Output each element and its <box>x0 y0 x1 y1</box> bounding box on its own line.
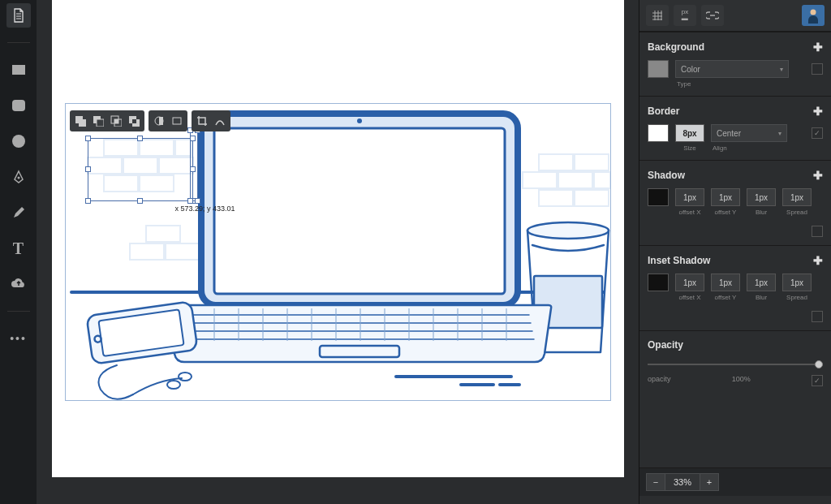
inset-shadow-color-swatch[interactable] <box>648 274 669 291</box>
inset-shadow-enable-checkbox[interactable] <box>812 311 823 322</box>
add-shadow-icon[interactable]: ✚ <box>813 169 823 182</box>
chevron-down-icon: ▾ <box>780 66 783 73</box>
border-size-input[interactable]: 8px <box>675 124 704 142</box>
resize-handle[interactable] <box>85 166 91 172</box>
zoom-out-button[interactable]: − <box>646 473 665 491</box>
section-title: Shadow <box>648 170 685 181</box>
pencil-tool[interactable] <box>6 200 31 225</box>
text-tool[interactable]: T <box>6 236 31 261</box>
dropdown-sublabel: Align <box>713 144 805 152</box>
path-icon[interactable] <box>212 113 228 129</box>
opacity-slider[interactable] <box>648 360 823 368</box>
right-panel-header: px▬ <box>639 0 831 32</box>
svg-rect-1 <box>12 100 25 111</box>
rectangle-tool[interactable] <box>6 58 31 82</box>
opacity-min-label: opacity <box>648 375 671 386</box>
add-border-icon[interactable]: ✚ <box>813 105 823 118</box>
selection-box-2[interactable] <box>190 130 198 201</box>
crop-icon[interactable] <box>194 113 210 129</box>
left-toolbar: T ••• <box>0 0 37 504</box>
background-color-swatch[interactable] <box>648 60 669 78</box>
opacity-enable-checkbox[interactable]: ✓ <box>812 375 823 386</box>
inset-offset-y-input[interactable]: 1px <box>711 274 740 291</box>
svg-rect-66 <box>159 117 163 125</box>
float-group-3 <box>192 110 230 131</box>
background-type-dropdown[interactable]: Color ▾ <box>675 60 789 78</box>
svg-rect-64 <box>132 119 136 123</box>
flatten-icon[interactable] <box>169 113 185 129</box>
boolean-intersect-icon[interactable] <box>108 113 124 129</box>
field-label: offset X <box>679 209 701 216</box>
mask-icon[interactable] <box>151 113 167 129</box>
border-color-swatch[interactable] <box>648 124 669 142</box>
rounded-rectangle-tool[interactable] <box>6 93 31 118</box>
zoom-value[interactable]: 33% <box>665 473 700 491</box>
resize-handle[interactable] <box>137 198 143 204</box>
boolean-union-icon[interactable] <box>72 113 88 129</box>
upload-tool[interactable] <box>6 272 31 296</box>
shadow-color-swatch[interactable] <box>648 188 669 206</box>
shadow-enable-checkbox[interactable] <box>812 226 823 237</box>
chevron-down-icon: ▾ <box>778 130 781 137</box>
selection-coordinates: x 573.29; y 433.01 <box>175 205 235 213</box>
inset-offset-x-input[interactable]: 1px <box>675 274 704 291</box>
field-label: Blur <box>756 209 767 216</box>
border-align-dropdown[interactable]: Center ▾ <box>711 124 787 142</box>
right-panel: px▬ Background ✚ Color ▾ Type <box>639 0 831 504</box>
border-enable-checkbox[interactable]: ✓ <box>812 127 823 139</box>
background-enable-checkbox[interactable] <box>812 63 823 75</box>
dropdown-value: Color <box>681 65 700 74</box>
slider-track <box>648 364 823 365</box>
pen-tool[interactable] <box>6 165 31 189</box>
resize-handle[interactable] <box>85 198 91 204</box>
section-border: Border ✚ 8px Size Center ▾ Align ✓ <box>639 96 831 160</box>
field-label: Blur <box>756 294 767 301</box>
file-tool[interactable] <box>6 3 31 28</box>
more-tool[interactable]: ••• <box>6 326 31 351</box>
field-label: offset X <box>679 294 701 301</box>
svg-point-68 <box>811 10 816 15</box>
canvas-area[interactable]: x 573.29; y 433.01 <box>37 0 639 504</box>
shadow-offset-x-input[interactable]: 1px <box>675 188 704 206</box>
ellipse-tool[interactable] <box>6 129 31 153</box>
shadow-offset-y-input[interactable]: 1px <box>711 188 740 206</box>
units-toggle-icon[interactable]: px▬ <box>674 5 696 26</box>
resize-handle[interactable] <box>195 198 200 204</box>
shadow-spread-input[interactable]: 1px <box>782 188 812 206</box>
shadow-blur-input[interactable]: 1px <box>747 188 776 206</box>
field-label: Spread <box>786 209 807 216</box>
dropdown-value: Center <box>717 129 741 138</box>
boolean-exclude-icon[interactable] <box>126 113 142 129</box>
zoom-bar: − 33% + <box>639 467 831 496</box>
zoom-in-button[interactable]: + <box>700 473 719 491</box>
field-label: Size <box>683 144 696 152</box>
section-title: Opacity <box>648 339 683 351</box>
section-title: Background <box>648 41 704 53</box>
section-background: Background ✚ Color ▾ Type <box>639 32 831 96</box>
selection-box-1[interactable] <box>88 138 193 201</box>
add-background-icon[interactable]: ✚ <box>813 41 823 54</box>
inset-spread-input[interactable]: 1px <box>782 274 812 291</box>
resize-handle[interactable] <box>187 198 193 204</box>
dropdown-sublabel: Type <box>677 80 805 88</box>
separator <box>7 42 30 43</box>
grid-toggle-icon[interactable] <box>646 5 669 26</box>
svg-rect-67 <box>173 118 181 124</box>
inset-blur-input[interactable]: 1px <box>747 274 776 291</box>
link-icon[interactable] <box>701 5 724 26</box>
resize-handle[interactable] <box>137 136 143 141</box>
svg-rect-0 <box>12 65 25 75</box>
resize-handle[interactable] <box>85 136 91 141</box>
artboard[interactable]: x 573.29; y 433.01 <box>52 0 624 477</box>
slider-thumb[interactable] <box>815 360 823 368</box>
float-group-2 <box>149 110 187 131</box>
field-label: offset Y <box>715 209 737 216</box>
selection-floating-toolbar <box>70 110 230 131</box>
svg-point-3 <box>17 177 19 179</box>
add-inset-shadow-icon[interactable]: ✚ <box>813 254 823 267</box>
svg-rect-61 <box>114 119 118 123</box>
user-avatar[interactable] <box>802 5 825 26</box>
boolean-subtract-icon[interactable] <box>90 113 106 129</box>
section-opacity: Opacity opacity 100% ✓ <box>639 330 831 394</box>
svg-rect-58 <box>97 119 104 127</box>
